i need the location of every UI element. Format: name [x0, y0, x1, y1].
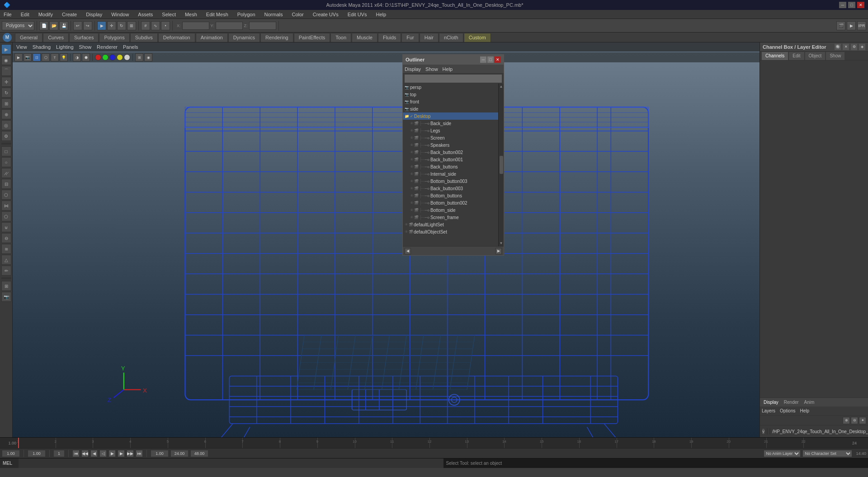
render-vis[interactable]: 🎬 — [414, 201, 419, 205]
combine-tool[interactable]: ⊎ — [1, 222, 11, 232]
timeline-track[interactable]: 12345678910111213141516171819202122 — [18, 438, 841, 448]
tab-custom[interactable]: Custom — [464, 33, 491, 42]
vp-select-btn[interactable]: ▶ — [14, 53, 23, 61]
layers-new-button[interactable]: ⊕ — [843, 417, 850, 424]
visibility-eye[interactable]: 👁 — [410, 194, 414, 198]
menu-modify[interactable]: Modify — [37, 12, 55, 17]
render-settings-button[interactable]: 🎬 — [836, 21, 845, 30]
render-vis[interactable]: 🎬 — [414, 129, 419, 133]
vp-menu-shading[interactable]: Shading — [33, 44, 51, 50]
menu-polygon[interactable]: Polygon — [236, 12, 257, 17]
vp-menu-lighting[interactable]: Lighting — [56, 44, 74, 50]
visibility-eye[interactable]: 👁 — [410, 136, 414, 140]
outliner-prev-button[interactable]: ◀ — [405, 248, 411, 254]
outliner-item[interactable]: 📷front — [403, 98, 498, 105]
outliner-item[interactable]: 👁 🎬├─ ─oBack_button003 — [403, 185, 498, 192]
bridge-tool[interactable]: ⋈ — [1, 201, 11, 210]
render-vis[interactable]: 🎬 — [414, 179, 419, 183]
menu-mesh[interactable]: Mesh — [183, 12, 199, 17]
layers-menu-layers[interactable]: Layers — [762, 408, 775, 413]
outliner-item[interactable]: 👁 🎬├─ ─oLegs — [403, 127, 498, 134]
soft-mod-tool[interactable]: ◎ — [1, 120, 11, 130]
visibility-eye[interactable]: 👁 — [410, 187, 414, 191]
layers-menu-options[interactable]: Options — [780, 408, 795, 413]
menu-select[interactable]: Select — [160, 12, 178, 17]
layer-item-1[interactable]: V /HP_ENVY_24qe_Touch_All_In_One_Desktop… — [762, 427, 866, 435]
visibility-eye[interactable]: 👁 — [410, 208, 414, 212]
frame-step-input[interactable] — [53, 450, 65, 457]
render-vis[interactable]: 🎬 — [414, 158, 419, 162]
menu-display[interactable]: Display — [84, 12, 104, 17]
outliner-item[interactable]: 👁 🎬defaultLightSet — [403, 221, 498, 228]
select-tool-left[interactable]: ▶ — [1, 44, 11, 54]
tab-curves[interactable]: Curves — [43, 33, 69, 42]
tab-muscle[interactable]: Muscle — [352, 33, 377, 42]
redo-button[interactable]: ↪ — [83, 21, 92, 30]
vp-menu-renderer[interactable]: Renderer — [97, 44, 118, 50]
visibility-eye[interactable]: 👁 — [410, 150, 414, 154]
new-scene-button[interactable]: 📄 — [39, 21, 48, 30]
range-end-input[interactable] — [170, 450, 189, 457]
ipr-button[interactable]: IPR — [857, 21, 866, 30]
tab-painteffects[interactable]: PaintEffects — [294, 33, 330, 42]
z-coord-input[interactable] — [249, 22, 276, 30]
vp-menu-show[interactable]: Show — [79, 44, 92, 50]
visibility-eye[interactable]: 👁 — [410, 143, 414, 147]
menu-help[interactable]: Help — [374, 12, 388, 17]
rp-tab-edit[interactable]: Edit — [789, 52, 804, 60]
outliner-maximize-button[interactable]: □ — [487, 56, 494, 63]
menu-edit[interactable]: Edit — [19, 12, 31, 17]
outliner-minimize-button[interactable]: ─ — [480, 56, 486, 63]
tab-rendering[interactable]: Rendering — [260, 33, 293, 42]
render-vis[interactable]: 🎬 — [414, 143, 419, 147]
scale-tool[interactable]: ⊞ — [127, 21, 136, 30]
visibility-eye[interactable]: 👁 — [410, 122, 414, 126]
transport-play-back[interactable]: ◁ — [99, 450, 107, 457]
render-vis[interactable]: 🎬 — [414, 208, 419, 212]
render-vis[interactable]: 🎬 — [414, 150, 419, 154]
visibility-eye[interactable]: 👁 — [405, 230, 408, 234]
outliner-close-button[interactable]: ✕ — [495, 56, 501, 63]
viewport[interactable]: View Shading Lighting Show Renderer Pane… — [13, 42, 760, 437]
separate-tool[interactable]: ⊖ — [1, 233, 11, 243]
outliner-scrollbar-up[interactable]: ▲ — [500, 84, 503, 89]
bevel-tool[interactable]: ⬠ — [1, 211, 11, 221]
tab-hair[interactable]: Hair — [420, 33, 439, 42]
menu-color[interactable]: Color — [290, 12, 305, 17]
outliner-menu-display[interactable]: Display — [405, 66, 421, 72]
vp-smooth-btn[interactable]: ⬡ — [42, 53, 50, 61]
outliner-item[interactable]: 👁 🎬├─ ─oScreen — [403, 134, 498, 141]
outliner-item[interactable]: 📁✓Desktop — [403, 112, 498, 120]
rotate-tool[interactable]: ↻ — [117, 21, 126, 30]
x-coord-input[interactable] — [182, 22, 209, 30]
outliner-item[interactable]: 👁 🎬├─ ─oBottom_buttons — [403, 192, 498, 199]
render-vis[interactable]: 🎬 — [409, 230, 413, 234]
rp-ctrl-4[interactable]: ◈ — [859, 44, 865, 50]
outliner-item[interactable]: 👁 🎬├─ ─oBottom_side — [403, 206, 498, 214]
tab-fur[interactable]: Fur — [401, 33, 419, 42]
layer-visibility-toggle[interactable]: V — [762, 428, 765, 435]
visibility-eye[interactable]: 👁 — [410, 158, 414, 162]
snap-point-button[interactable]: • — [161, 21, 170, 30]
render-vis[interactable]: 🎬 — [414, 187, 419, 191]
transport-go-end[interactable]: ⏭ — [136, 450, 143, 457]
command-line-input[interactable] — [19, 458, 443, 468]
save-button[interactable]: 💾 — [59, 21, 68, 30]
rbt-render[interactable]: Render — [782, 400, 801, 405]
rp-ctrl-2[interactable]: ✕ — [843, 44, 849, 50]
open-button[interactable]: 📂 — [49, 21, 58, 30]
create-poly-plane[interactable]: ⊟ — [1, 179, 11, 189]
render-button[interactable]: ▶ — [847, 21, 856, 30]
quick-layout[interactable]: ⊞ — [1, 281, 11, 291]
camera-tool[interactable]: 📷 — [1, 292, 11, 302]
vp-shaded-wire-btn[interactable]: ⬢ — [82, 53, 90, 61]
transport-step-fwd[interactable]: ▶▶ — [127, 450, 134, 457]
visibility-eye[interactable]: 👁 — [410, 215, 414, 220]
move-tool[interactable]: ✛ — [107, 21, 116, 30]
create-poly-sphere[interactable]: ○ — [1, 157, 11, 167]
transport-next-key[interactable]: ▶ — [118, 450, 125, 457]
vp-texture-btn[interactable]: T — [51, 53, 59, 61]
tab-toon[interactable]: Toon — [330, 33, 351, 42]
outliner-item[interactable]: 📷side — [403, 105, 498, 112]
render-vis[interactable]: 🎬 — [414, 215, 419, 220]
